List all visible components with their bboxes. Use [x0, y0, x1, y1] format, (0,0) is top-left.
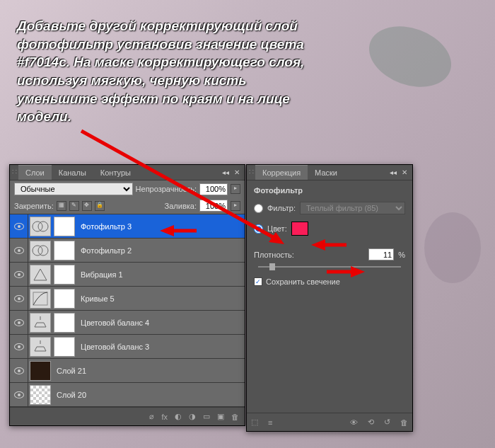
fill-arrow-icon[interactable]: ▸: [231, 201, 240, 211]
density-slider[interactable]: [258, 266, 401, 268]
layer-row[interactable]: Фотофильтр 2: [10, 239, 245, 263]
eye-icon: [14, 343, 24, 350]
adjustment-icon[interactable]: ◑: [189, 412, 196, 421]
opacity-arrow-icon[interactable]: ▸: [231, 184, 240, 194]
trash-icon[interactable]: 🗑: [400, 418, 408, 427]
mask-thumb[interactable]: [54, 313, 75, 333]
visibility-toggle[interactable]: [10, 239, 28, 263]
visibility-toggle[interactable]: [10, 311, 28, 335]
preset-icon[interactable]: ≡: [268, 418, 272, 427]
tab-channels[interactable]: Каналы: [52, 166, 93, 180]
layer-row[interactable]: Слой 21: [10, 359, 245, 383]
visibility-toggle[interactable]: [10, 383, 28, 407]
adjustment-thumb[interactable]: [30, 337, 51, 357]
mask-thumb[interactable]: [54, 337, 75, 357]
svg-point-2: [33, 246, 42, 255]
color-swatch[interactable]: [291, 222, 308, 236]
fill-input[interactable]: [199, 200, 228, 212]
opacity-input[interactable]: [199, 183, 228, 195]
lock-transparency-icon[interactable]: ▦: [57, 201, 66, 211]
layer-row[interactable]: Кривые 5: [10, 287, 245, 311]
group-icon[interactable]: ▭: [203, 412, 210, 421]
color-radio[interactable]: [254, 224, 263, 234]
view-icon[interactable]: 👁: [350, 418, 358, 427]
blend-mode-select[interactable]: Обычные: [14, 183, 133, 195]
svg-point-0: [33, 222, 42, 231]
visibility-toggle[interactable]: [10, 335, 28, 359]
lock-all-icon[interactable]: 🔒: [95, 201, 105, 211]
adjustment-thumb[interactable]: [30, 289, 51, 309]
adjustment-thumb[interactable]: [30, 265, 51, 285]
correction-panel: ∷ Коррекция Маски ◂◂ ✕ Фотофильтр Фильтр…: [246, 164, 413, 432]
photofilter-icon: [31, 218, 50, 235]
instruction-text: Добавьте другой корректирующий слой фото…: [17, 17, 328, 126]
delete-icon[interactable]: 🗑: [231, 413, 239, 421]
eye-icon: [14, 367, 24, 374]
visibility-toggle[interactable]: [10, 359, 28, 383]
density-input[interactable]: [368, 248, 394, 260]
vibrance-icon: [31, 266, 50, 283]
collapse-icon[interactable]: ◂◂: [221, 168, 231, 178]
mask-icon[interactable]: ◐: [175, 412, 182, 421]
eye-icon: [14, 295, 24, 302]
mask-thumb[interactable]: [54, 241, 75, 260]
layer-name: Цветовой баланс 3: [81, 343, 149, 351]
eye-icon: [14, 319, 24, 326]
mask-thumb[interactable]: [54, 217, 75, 236]
close-icon[interactable]: ✕: [400, 168, 409, 178]
reset2-icon[interactable]: ↺: [384, 418, 390, 427]
layer-row[interactable]: Фотофильтр 3: [10, 214, 245, 239]
fill-label: Заливка:: [165, 202, 197, 210]
grip-icon: ∷: [247, 168, 255, 177]
adjustment-thumb[interactable]: [30, 241, 51, 260]
close-icon[interactable]: ✕: [232, 168, 242, 178]
link-icon[interactable]: ⌀: [149, 412, 154, 421]
visibility-toggle[interactable]: [10, 214, 28, 239]
mask-thumb[interactable]: [54, 289, 75, 309]
collapse-icon[interactable]: ◂◂: [388, 168, 398, 178]
layers-panel-header: ∷ Слои Каналы Контуры ◂◂ ✕: [10, 165, 245, 180]
layer-name: Слой 20: [57, 391, 86, 399]
density-unit: %: [398, 251, 405, 259]
layer-name: Вибрация 1: [81, 270, 123, 279]
layers-panel: ∷ Слои Каналы Контуры ◂◂ ✕ Обычные Непро…: [9, 164, 245, 426]
layer-row[interactable]: Вибрация 1: [10, 263, 245, 287]
svg-rect-4: [33, 292, 47, 305]
adjustment-thumb[interactable]: [30, 313, 51, 333]
correction-title: Фотофильтр: [254, 186, 405, 195]
lock-position-icon[interactable]: ✥: [82, 201, 92, 211]
layer-thumb[interactable]: [30, 385, 51, 405]
visibility-toggle[interactable]: [10, 287, 28, 311]
color-balance-icon: [31, 314, 50, 331]
correction-panel-header: ∷ Коррекция Маски ◂◂ ✕: [247, 165, 412, 180]
layer-name: Цветовой баланс 4: [81, 318, 149, 327]
lock-pixels-icon[interactable]: ✎: [69, 201, 79, 211]
tab-correction[interactable]: Коррекция: [255, 165, 308, 180]
layer-name: Слой 21: [57, 367, 86, 375]
opacity-label: Непрозрачность:: [136, 185, 197, 193]
layer-list: Фотофильтр 3 Фотофильтр 2 Вибрация 1 Кри…: [10, 214, 245, 407]
photofilter-icon: [31, 242, 50, 259]
new-layer-icon[interactable]: ▣: [217, 412, 224, 421]
layer-row[interactable]: Слой 20: [10, 383, 245, 407]
layer-name: Кривые 5: [81, 294, 115, 303]
tab-layers[interactable]: Слои: [18, 165, 52, 180]
mask-thumb[interactable]: [54, 265, 75, 285]
layer-thumb[interactable]: [30, 361, 51, 381]
svg-point-3: [38, 246, 48, 255]
fx-icon[interactable]: fx: [161, 413, 168, 421]
preserve-checkbox[interactable]: ✓: [254, 277, 262, 286]
adjustment-thumb[interactable]: [30, 217, 51, 236]
clip-icon[interactable]: ⬚: [251, 418, 258, 427]
lock-label: Закрепить:: [14, 202, 54, 210]
layer-row[interactable]: Цветовой баланс 4: [10, 311, 245, 335]
layer-row[interactable]: Цветовой баланс 3: [10, 335, 245, 359]
filter-select[interactable]: Теплый фильтр (85): [300, 202, 405, 214]
filter-radio[interactable]: [254, 204, 263, 213]
tab-paths[interactable]: Контуры: [93, 166, 138, 180]
reset-icon[interactable]: ⟲: [368, 418, 374, 427]
slider-thumb-icon: [269, 263, 275, 270]
layer-name: Фотофильтр 3: [81, 222, 132, 231]
tab-masks[interactable]: Маски: [308, 166, 344, 180]
visibility-toggle[interactable]: [10, 263, 28, 287]
